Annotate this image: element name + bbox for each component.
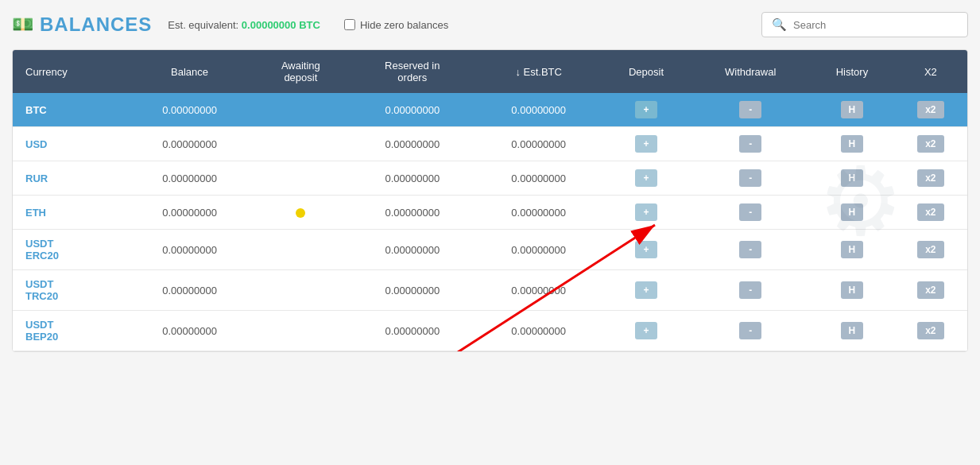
reserved-cell: 0.00000000 (349, 270, 476, 311)
deposit-button[interactable]: + (635, 322, 657, 339)
withdrawal-cell: - (691, 270, 810, 311)
withdraw-button[interactable]: - (739, 203, 761, 221)
col-history: History (810, 50, 894, 93)
awaiting-cell (253, 161, 349, 196)
awaiting-cell (253, 230, 349, 270)
page-header: 💵 BALANCES Est. equivalent: 0.00000000 B… (12, 12, 968, 37)
awaiting-cell (253, 270, 349, 311)
history-cell: H (810, 230, 894, 270)
estbtc-cell: 0.00000000 (476, 196, 602, 230)
history-cell: H (810, 196, 894, 230)
table-row: USD 0.00000000 0.00000000 0.00000000 + -… (13, 127, 967, 161)
history-cell: H (810, 270, 894, 311)
reserved-cell: 0.00000000 (349, 127, 476, 161)
x2-cell: x2 (894, 161, 967, 196)
history-cell: H (810, 161, 894, 196)
currency-cell: RUR (13, 161, 126, 196)
history-button[interactable]: H (841, 322, 864, 339)
balance-cell: 0.00000000 (126, 93, 252, 127)
history-button[interactable]: H (841, 101, 864, 118)
withdraw-button[interactable]: - (739, 101, 761, 118)
withdrawal-cell: - (691, 127, 810, 161)
deposit-button[interactable]: + (635, 281, 657, 299)
deposit-button[interactable]: + (635, 101, 657, 118)
reserved-cell: 0.00000000 (349, 93, 476, 127)
x2-button[interactable]: x2 (917, 281, 943, 299)
col-withdrawal: Withdrawal (691, 50, 810, 93)
table-row: BTC 0.00000000 0.00000000 0.00000000 + -… (13, 93, 967, 127)
history-cell: H (810, 311, 894, 351)
deposit-cell: + (602, 161, 691, 196)
withdraw-button[interactable]: - (739, 322, 761, 339)
history-button[interactable]: H (841, 169, 864, 187)
x2-button[interactable]: x2 (917, 241, 943, 258)
col-x2: X2 (894, 50, 967, 93)
col-balance: Balance (126, 50, 252, 93)
deposit-button[interactable]: + (635, 135, 657, 153)
history-cell: H (810, 93, 894, 127)
estbtc-cell: 0.00000000 (476, 161, 602, 196)
withdrawal-cell: - (691, 311, 810, 351)
withdrawal-cell: - (691, 230, 810, 270)
reserved-cell: 0.00000000 (349, 161, 476, 196)
deposit-button[interactable]: + (635, 241, 657, 258)
col-awaiting: Awaitingdeposit (253, 50, 349, 93)
x2-button[interactable]: x2 (917, 101, 943, 118)
withdraw-button[interactable]: - (739, 281, 761, 299)
balance-cell: 0.00000000 (126, 230, 252, 270)
x2-cell: x2 (894, 270, 967, 311)
awaiting-cell (253, 93, 349, 127)
currency-cell: USDTERC20 (13, 230, 126, 270)
pending-dot (296, 208, 305, 218)
x2-button[interactable]: x2 (917, 322, 943, 339)
page-title-group: 💵 BALANCES (12, 14, 152, 36)
withdraw-button[interactable]: - (739, 241, 761, 258)
deposit-cell: + (602, 230, 691, 270)
table-row: RUR 0.00000000 0.00000000 0.00000000 + -… (13, 161, 967, 196)
history-button[interactable]: H (841, 135, 864, 153)
col-reserved: Reserved inorders (349, 50, 476, 93)
x2-cell: x2 (894, 93, 967, 127)
hide-zero-checkbox[interactable] (344, 19, 355, 30)
hide-zero-label[interactable]: Hide zero balances (344, 19, 448, 31)
col-estbtc: ↓ Est.BTC (476, 50, 602, 93)
search-box[interactable]: 🔍 (761, 12, 968, 37)
balance-cell: 0.00000000 (126, 196, 252, 230)
deposit-cell: + (602, 311, 691, 351)
balance-cell: 0.00000000 (126, 311, 252, 351)
history-button[interactable]: H (841, 241, 864, 258)
balances-page: 💵 BALANCES Est. equivalent: 0.00000000 B… (0, 0, 980, 465)
estbtc-cell: 0.00000000 (476, 230, 602, 270)
currency-cell: USDTBEP20 (13, 311, 126, 351)
table-row: USDTTRC20 0.00000000 0.00000000 0.000000… (13, 270, 967, 311)
deposit-button[interactable]: + (635, 169, 657, 187)
estbtc-cell: 0.00000000 (476, 311, 602, 351)
currency-cell: BTC (13, 93, 126, 127)
deposit-cell: + (602, 196, 691, 230)
history-button[interactable]: H (841, 203, 864, 221)
col-currency: Currency (13, 50, 126, 93)
x2-cell: x2 (894, 196, 967, 230)
estbtc-cell: 0.00000000 (476, 270, 602, 311)
search-input[interactable] (793, 19, 958, 31)
estbtc-cell: 0.00000000 (476, 93, 602, 127)
deposit-cell: + (602, 93, 691, 127)
x2-button[interactable]: x2 (917, 135, 943, 153)
deposit-button[interactable]: + (635, 203, 657, 221)
balance-cell: 0.00000000 (126, 127, 252, 161)
withdraw-button[interactable]: - (739, 135, 761, 153)
balance-cell: 0.00000000 (126, 161, 252, 196)
balances-table-wrapper: ⚙ Currency Balance Awaitingdeposit Reser… (12, 49, 968, 352)
currency-cell: USD (13, 127, 126, 161)
table-row: ETH 0.00000000 0.00000000 0.00000000 + -… (13, 196, 967, 230)
est-equiv-label: Est. equivalent: 0.00000000 BTC (168, 19, 320, 31)
x2-cell: x2 (894, 311, 967, 351)
history-button[interactable]: H (841, 281, 864, 299)
page-title: BALANCES (40, 14, 152, 36)
withdraw-button[interactable]: - (739, 169, 761, 187)
x2-button[interactable]: x2 (917, 203, 943, 221)
wallet-icon: 💵 (12, 14, 33, 35)
table-row: USDTERC20 0.00000000 0.00000000 0.000000… (13, 230, 967, 270)
currency-cell: ETH (13, 196, 126, 230)
x2-button[interactable]: x2 (917, 169, 943, 187)
